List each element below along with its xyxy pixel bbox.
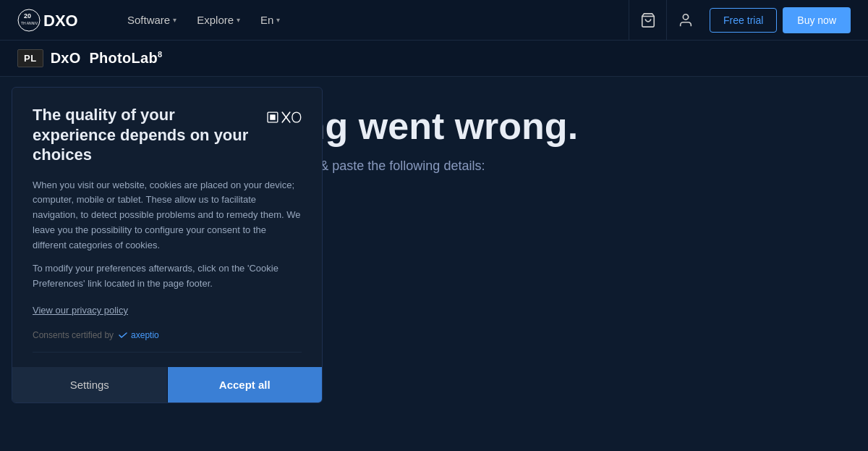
cookie-header: The quality of your experience depends o… — [33, 105, 302, 165]
software-chevron-icon: ▾ — [173, 16, 176, 24]
explore-chevron-icon: ▾ — [237, 16, 240, 24]
product-bar: PL DxO PhotoLab8 — [0, 41, 868, 77]
cookie-title: The quality of your experience depends o… — [33, 105, 258, 165]
nav-right: Free trial Buy now — [629, 0, 851, 41]
cart-icon — [640, 12, 656, 28]
cookie-body: The quality of your experience depends o… — [12, 88, 322, 367]
svg-rect-10 — [271, 114, 276, 119]
user-icon — [678, 12, 694, 28]
svg-point-5 — [683, 14, 688, 19]
privacy-policy-link[interactable]: View our privacy policy — [33, 305, 128, 316]
free-trial-button[interactable]: Free trial — [710, 8, 777, 33]
nav-software-link[interactable]: Software ▾ — [127, 14, 176, 26]
cookie-settings-button[interactable]: Settings — [12, 367, 168, 402]
axeptio-branding: axeptio — [118, 330, 159, 340]
cookie-banner: Continue without consent The quality of … — [12, 87, 323, 403]
svg-rect-14 — [294, 114, 298, 119]
language-chevron-icon: ▾ — [276, 16, 280, 24]
product-badge: PL — [17, 49, 43, 67]
nav-left: 20 TH ANNIV. DXO Software ▾ Explore ▾ En… — [17, 6, 280, 35]
navbar: 20 TH ANNIV. DXO Software ▾ Explore ▾ En… — [0, 0, 868, 41]
consents-bar: Consents certified by axeptio — [33, 330, 302, 353]
axeptio-check-icon — [118, 330, 128, 340]
svg-text:TH ANNIV.: TH ANNIV. — [21, 21, 38, 25]
svg-text:DXO: DXO — [43, 12, 78, 30]
nav-language-link[interactable]: En ▾ — [260, 14, 280, 26]
cookie-text-2: To modify your preferences afterwards, c… — [33, 261, 302, 292]
product-name: DxO PhotoLab8 — [51, 50, 163, 67]
product-logo: PL DxO PhotoLab8 — [17, 49, 162, 67]
site-logo[interactable]: 20 TH ANNIV. DXO — [17, 6, 104, 35]
buy-now-button[interactable]: Buy now — [783, 7, 851, 33]
nav-links: Software ▾ Explore ▾ En ▾ — [127, 14, 280, 26]
cookie-buttons: Settings Accept all — [12, 367, 322, 402]
svg-text:20: 20 — [24, 12, 31, 20]
user-button[interactable] — [666, 0, 704, 41]
nav-explore-link[interactable]: Explore ▾ — [197, 14, 240, 26]
dxo-brand-logo — [267, 105, 302, 130]
cookie-accept-button[interactable]: Accept all — [168, 367, 323, 402]
cookie-text-1: When you visit our website, cookies are … — [33, 178, 302, 253]
cart-button[interactable] — [629, 0, 666, 41]
